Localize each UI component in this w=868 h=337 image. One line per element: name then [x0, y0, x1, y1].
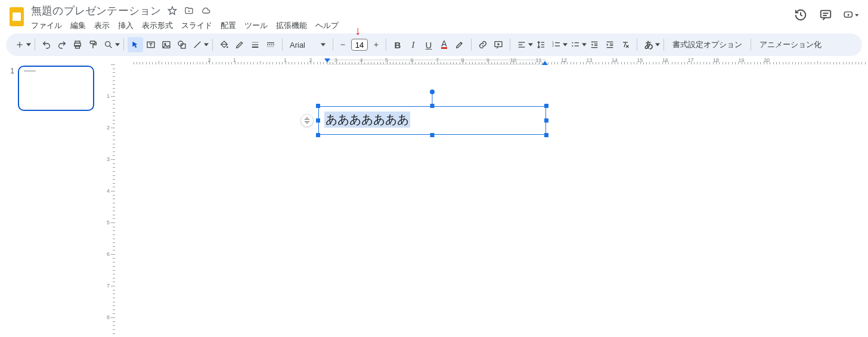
resize-handle-tr[interactable] [544, 104, 548, 108]
animation-button[interactable]: アニメーション化 [755, 39, 826, 50]
fill-color-button[interactable] [216, 37, 232, 52]
resize-handle-tm[interactable] [430, 104, 435, 108]
svg-point-23 [165, 44, 166, 45]
rotation-handle[interactable] [430, 89, 435, 94]
svg-marker-35 [321, 44, 326, 47]
font-name-label: Arial [290, 41, 305, 50]
svg-line-17 [110, 46, 111, 48]
svg-rect-3 [821, 11, 831, 18]
svg-rect-1 [13, 13, 21, 21]
comment-icon[interactable] [818, 7, 833, 23]
format-options-button[interactable]: 書式設定オプション [668, 39, 747, 50]
svg-rect-25 [181, 44, 185, 48]
svg-point-16 [106, 42, 110, 47]
svg-marker-69 [607, 44, 609, 46]
move-folder-icon[interactable] [184, 5, 194, 16]
italic-button[interactable]: I [405, 37, 421, 52]
slide-thumbnail-panel: 1 [0, 56, 104, 337]
slide-number: 1 [6, 66, 14, 337]
menu-file[interactable]: ファイル [31, 20, 62, 31]
font-selector[interactable]: Arial [286, 41, 329, 50]
svg-point-28 [227, 47, 228, 48]
horizontal-ruler[interactable]: 211234567891011121314151617181920 [115, 57, 868, 66]
svg-point-56 [572, 45, 573, 47]
border-weight-button[interactable] [247, 37, 263, 52]
select-tool-button[interactable] [128, 37, 143, 52]
svg-point-55 [572, 42, 573, 44]
increase-indent-button[interactable] [602, 37, 618, 52]
cloud-status-icon[interactable] [200, 5, 211, 16]
decrease-font-size-button[interactable] [337, 37, 349, 52]
svg-text:2: 2 [552, 44, 554, 47]
textbox-text[interactable]: あああああああ [324, 112, 410, 128]
bulleted-list-button[interactable] [568, 37, 583, 52]
document-title[interactable]: 無題のプレゼンテーション [31, 4, 161, 18]
selected-textbox[interactable]: あああああああ [318, 106, 546, 135]
image-button[interactable] [159, 37, 174, 52]
menu-extensions[interactable]: 拡張機能 [276, 20, 307, 31]
star-icon[interactable] [167, 5, 178, 16]
slide-canvas[interactable]: あああああああ [260, 66, 868, 337]
history-icon[interactable] [793, 7, 808, 23]
numbered-list-button[interactable]: 12 [548, 37, 564, 52]
border-color-button[interactable] [232, 37, 247, 52]
redo-button[interactable] [54, 37, 70, 52]
workspace: 1 12345678 21123456789101112131415161718… [0, 56, 868, 337]
menu-arrange[interactable]: 配置 [221, 20, 236, 31]
titlebar: 無題のプレゼンテーション ファイル 編集 表示 挿入 表示形式 スライド 配置 … [0, 0, 868, 33]
increase-font-size-button[interactable] [370, 37, 382, 52]
present-button[interactable] [843, 7, 858, 23]
textbox-button[interactable] [143, 37, 159, 52]
clear-formatting-button[interactable] [618, 37, 633, 52]
zoom-button[interactable] [101, 37, 116, 52]
vertical-ruler[interactable]: 12345678 [104, 56, 115, 337]
line-spacing-button[interactable] [533, 37, 548, 52]
menu-format[interactable]: 表示形式 [142, 20, 173, 31]
svg-line-71 [624, 42, 626, 47]
resize-handle-br[interactable] [544, 133, 548, 137]
print-button[interactable] [70, 37, 85, 52]
border-dash-button[interactable] [263, 37, 278, 52]
input-tools-button[interactable]: あ [641, 37, 656, 52]
svg-marker-64 [591, 44, 593, 46]
svg-line-26 [194, 42, 201, 48]
resize-handle-bm[interactable] [430, 133, 435, 137]
resize-handle-ml[interactable] [316, 119, 320, 123]
slides-app-icon[interactable] [6, 6, 27, 27]
svg-marker-2 [169, 7, 176, 14]
thumbnail-content-line [24, 70, 36, 72]
svg-rect-15 [90, 41, 95, 44]
align-button[interactable] [514, 37, 529, 52]
slide-thumbnail-1[interactable] [18, 66, 94, 111]
autofit-button[interactable] [300, 114, 314, 127]
bold-button[interactable]: B [390, 37, 405, 52]
svg-marker-7 [848, 14, 850, 16]
shape-button[interactable] [174, 37, 190, 52]
menu-insert[interactable]: 挿入 [118, 20, 134, 31]
font-size-input[interactable] [351, 39, 368, 51]
resize-handle-mr[interactable] [544, 119, 548, 123]
line-button[interactable] [190, 37, 205, 52]
resize-handle-bl[interactable] [316, 133, 320, 137]
underline-button[interactable]: U [421, 37, 436, 52]
undo-button[interactable] [39, 37, 54, 52]
menu-help[interactable]: ヘルプ [315, 20, 339, 31]
new-slide-button[interactable] [12, 37, 27, 52]
menubar: ファイル 編集 表示 挿入 表示形式 スライド 配置 ツール 拡張機能 ヘルプ [31, 20, 339, 31]
resize-handle-tl[interactable] [316, 104, 320, 108]
paint-format-button[interactable] [85, 37, 101, 52]
insert-link-button[interactable] [475, 37, 491, 52]
toolbar: Arial B I U A 12 あ 書式設定オプション アニメーション化 [6, 33, 862, 56]
highlight-color-button[interactable] [452, 37, 467, 52]
menu-tools[interactable]: ツール [244, 20, 268, 31]
menu-slide[interactable]: スライド [181, 20, 212, 31]
svg-text:1: 1 [552, 41, 554, 44]
decrease-indent-button[interactable] [587, 37, 602, 52]
rotation-handle-line [432, 93, 433, 104]
menu-view[interactable]: 表示 [94, 20, 110, 31]
insert-comment-button[interactable] [491, 37, 506, 52]
menu-edit[interactable]: 編集 [70, 20, 86, 31]
canvas-area[interactable]: あああああああ [115, 66, 868, 337]
svg-marker-8 [855, 14, 858, 17]
text-color-button[interactable]: A [436, 37, 452, 52]
